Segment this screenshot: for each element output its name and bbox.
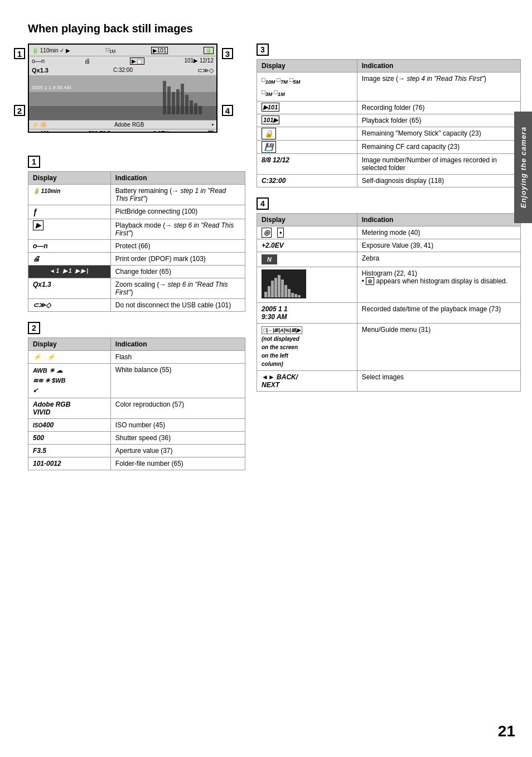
svg-rect-14 <box>264 292 267 297</box>
table-row: □10M □7M □5M□3M □1M Image size (→ step 4… <box>257 73 521 102</box>
cam-ev-label: +2.0EV <box>150 131 168 133</box>
section-4: 4 Display Indication ◎ • <box>257 197 521 392</box>
table-row: 500 Shutter speed (36) <box>28 431 245 444</box>
cam-image-area: 2005 1 1 9:30 AM <box>29 75 216 120</box>
display-cell: ƒ <box>28 205 111 219</box>
display-cell: 101▶ <box>257 114 357 127</box>
display-cell: 🔒 <box>257 127 357 141</box>
indication-cell: Exposure Value (39, 41) <box>357 239 520 252</box>
section-2: 2 Display Indication ⚡ ⚡ Flash <box>28 322 245 470</box>
indication-cell: Remaining "Memory Stick" capacity (23) <box>357 127 520 141</box>
display-cell: □10M □7M □5M□3M □1M <box>257 73 357 102</box>
svg-rect-20 <box>284 285 287 297</box>
display-cell: Adobe RGBVIVID <box>28 398 111 418</box>
table-row: 🔋 110min Battery remaining (→ step 1 in … <box>28 185 245 205</box>
table-row: AWB ☀ ☁≋≋ ☀ $WB↙ White balance (55) <box>28 364 245 398</box>
svg-rect-24 <box>298 295 301 297</box>
col-display-1: Display <box>28 172 111 185</box>
indication-cell: Image size (→ step 4 in "Read This First… <box>357 73 520 102</box>
display-cell: C:32:00 <box>257 175 357 187</box>
cam-image-svg: 2005 1 1 9:30 AM <box>29 75 217 120</box>
cam-middle: o—n 🖨 ▶📋 101▶ 12/12 <box>29 56 216 66</box>
indication-cell: Self-diagnosis display (118) <box>357 175 520 187</box>
table-row: ⚡ ⚡ Flash <box>28 351 245 364</box>
table-row: Adobe RGBVIVID Color reproduction (57) <box>28 398 245 418</box>
display-cell: F3.5 <box>28 444 111 457</box>
section-box-1: 1 <box>28 156 40 168</box>
display-cell: o—n <box>28 240 111 253</box>
display-cell: 🔋 110min <box>28 185 111 205</box>
right-column: 3 Display Indication □10M □7M □5M□3M □1M <box>257 44 521 480</box>
svg-text:2005 1 1  9:30 AM: 2005 1 1 9:30 AM <box>32 85 71 90</box>
svg-rect-6 <box>176 89 180 114</box>
svg-rect-5 <box>172 92 175 114</box>
display-cell: N <box>257 252 357 267</box>
cam-zoom-row: Qx1.3 C:32:00 ⊂≫◇ <box>29 66 216 75</box>
table-row: 101▶ Playback folder (65) <box>257 114 521 127</box>
col-indication-1: Indication <box>110 172 245 185</box>
table-section1: Display Indication 🔋 110min Battery rema… <box>28 171 245 312</box>
col-display-3: Display <box>257 60 357 73</box>
svg-rect-11 <box>199 106 202 114</box>
indication-cell: Playback folder (65) <box>357 114 520 127</box>
bracket-4: 4 <box>222 105 233 116</box>
cam-zebra-icon: N <box>208 131 214 133</box>
section-box-2: 2 <box>28 322 40 334</box>
table-row: ◄1 ▶1 ▶▶| Change folder (65) <box>28 266 245 278</box>
display-cell: 8/8 12/12 <box>257 154 357 175</box>
table-row: ▶ Playback mode (→ step 6 in "Read This … <box>28 219 245 240</box>
label-4: 4 <box>222 105 233 116</box>
svg-rect-10 <box>194 103 197 114</box>
cam-shutter-label: 500 F3.5 <box>89 131 110 133</box>
display-cell: ⚡ ⚡ <box>28 351 111 364</box>
table-row: Qx1.3 Zoom scaling (→ step 6 in "Read Th… <box>28 278 245 299</box>
indication-cell: Recorded date/time of the playback image… <box>357 303 520 324</box>
cam-bottom-bar: ⚡ 🔆 Adobe RGB • <box>29 120 216 129</box>
bracket-3: 3 <box>222 48 233 59</box>
camera-display-diagram: 🔋 110min ✓ ▶ □1M ▶101 🔋 o—n 🖨 ▶📋 101▶ 12… <box>28 44 229 144</box>
cam-battery-icon: 🔋 110min ✓ ▶ <box>32 47 70 54</box>
indication-cell: Color reproduction (57) <box>110 398 245 418</box>
display-cell: 101-0012 <box>28 457 111 470</box>
indication-cell: Metering mode (40) <box>357 226 520 239</box>
table-row: N Zebra <box>257 252 521 267</box>
svg-rect-21 <box>288 289 291 297</box>
svg-rect-23 <box>294 294 297 297</box>
display-cell: 🖨 <box>28 253 111 266</box>
cam-folder-icon: ▶101 <box>151 47 168 54</box>
col-indication-3: Indication <box>357 60 520 73</box>
table-row: 2005 1 19:30 AM Recorded date/time of th… <box>257 303 521 324</box>
cam-folder-num: 101▶ 12/12 <box>184 57 214 65</box>
table-row: F3.5 Aperture value (37) <box>28 444 245 457</box>
cam-colorspace-label: Adobe RGB <box>114 122 144 128</box>
table-row: 🖨 Print order (DPOF) mark (103) <box>28 253 245 266</box>
indication-cell: Select images <box>357 370 520 391</box>
cam-usb-icon: ⊂≫◇ <box>197 67 214 74</box>
col-indication-4: Indication <box>357 214 520 226</box>
svg-rect-2 <box>29 106 217 120</box>
main-layout: 🔋 110min ✓ ▶ □1M ▶101 🔋 o—n 🖨 ▶📋 101▶ 12… <box>28 44 521 480</box>
display-cell: 💾 <box>257 141 357 154</box>
svg-rect-15 <box>268 286 270 297</box>
histogram-icon <box>262 269 306 298</box>
page-number: 21 <box>498 722 515 740</box>
table-section3: Display Indication □10M □7M □5M□3M □1M I… <box>257 59 521 187</box>
indication-cell: Zoom scaling (→ step 6 in "Read This Fir… <box>110 278 245 299</box>
indication-cell: PictBridge connecting (100) <box>110 205 245 219</box>
cam-protect-icon: o—n <box>32 57 45 65</box>
svg-rect-4 <box>167 86 171 114</box>
indication-cell: Remaining CF card capacity (23) <box>357 141 520 154</box>
svg-rect-17 <box>274 278 277 297</box>
cam-iso-label: ISO400 <box>32 131 49 133</box>
display-cell: ◄1 ▶1 ▶▶| <box>28 266 111 278</box>
svg-rect-22 <box>291 293 294 297</box>
section-box-4: 4 <box>257 197 269 210</box>
side-tab-label: Enjoying the camera <box>519 127 528 208</box>
camera-lcd: 🔋 110min ✓ ▶ □1M ▶101 🔋 o—n 🖨 ▶📋 101▶ 12… <box>28 44 217 133</box>
indication-cell: Print order (DPOF) mark (103) <box>110 253 245 266</box>
display-cell <box>257 267 357 303</box>
table-row: □|←|⊞|A|%|⊞|▶ (not displayedon the scree… <box>257 324 521 371</box>
indication-cell: Shutter speed (36) <box>110 431 245 444</box>
indication-cell: White balance (55) <box>110 364 245 398</box>
table-row: ƒ PictBridge connecting (100) <box>28 205 245 219</box>
